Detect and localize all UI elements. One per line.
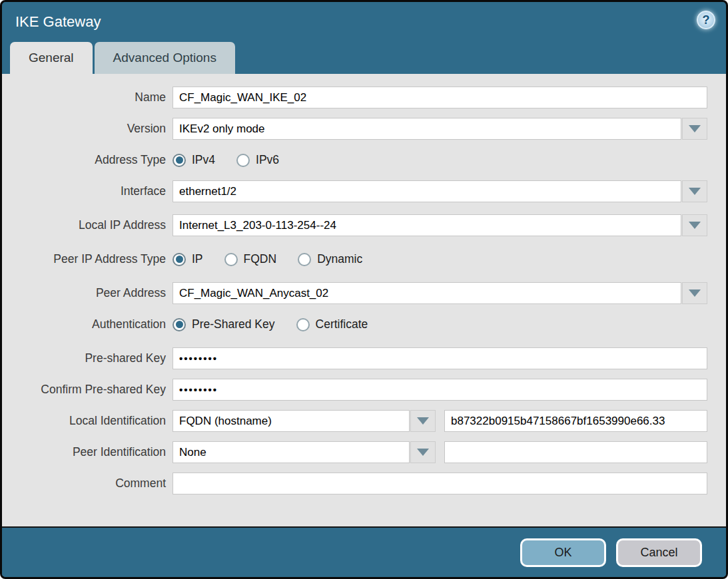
help-icon[interactable]: ?	[697, 11, 715, 29]
chevron-down-icon	[417, 449, 429, 456]
radio-ip-label: IP	[192, 252, 203, 266]
tab-advanced-options-label: Advanced Options	[113, 51, 216, 65]
radio-certificate-circle[interactable]	[296, 318, 310, 331]
radio-ipv4-circle[interactable]	[173, 154, 186, 167]
chevron-down-icon	[689, 188, 701, 195]
form-row-local-ip: Local IP Address Internet_L3_203-0-113-2…	[2, 214, 707, 236]
cancel-button[interactable]: Cancel	[616, 538, 702, 567]
confirm-psk-label: Confirm Pre-shared Key	[2, 383, 173, 397]
confirm-pre-shared-key-input[interactable]	[173, 379, 707, 401]
tab-general-label: General	[29, 51, 74, 65]
chevron-down-icon	[417, 417, 429, 425]
peer-address-label: Peer Address	[2, 286, 173, 300]
form-row-address-type: Address Type IPv4 IPv6	[2, 149, 707, 171]
form-row-comment: Comment	[2, 473, 707, 494]
pre-shared-key-input[interactable]	[173, 347, 707, 369]
peer-identification-type-dropdown[interactable]: None	[173, 441, 436, 463]
interface-dropdown-value: ethernet1/2	[173, 180, 681, 202]
name-label: Name	[2, 91, 173, 104]
chevron-down-icon	[689, 125, 701, 132]
local-ip-dropdown-value: Internet_L3_203-0-113-254--24	[173, 214, 681, 236]
form-row-peer-ip-type: Peer IP Address Type IP FQDN Dynamic	[2, 248, 707, 270]
local-ip-dropdown-button[interactable]	[682, 214, 707, 236]
form-row-name: Name	[2, 87, 707, 108]
radio-ipv6[interactable]: IPv6	[236, 153, 279, 167]
peer-address-dropdown-value: CF_Magic_WAN_Anycast_02	[173, 282, 681, 304]
form-row-peer-address: Peer Address CF_Magic_WAN_Anycast_02	[2, 282, 707, 304]
local-identification-type-dropdown[interactable]: FQDN (hostname)	[173, 410, 436, 432]
peer-identification-dropdown-button[interactable]	[410, 441, 436, 463]
peer-address-dropdown[interactable]: CF_Magic_WAN_Anycast_02	[173, 282, 707, 304]
radio-certificate-label: Certificate	[316, 317, 368, 331]
radio-psk-label: Pre-Shared Key	[192, 317, 275, 331]
help-icon-glyph: ?	[703, 13, 710, 27]
tab-bar: General Advanced Options	[2, 42, 726, 74]
authentication-label: Authentication	[2, 317, 173, 331]
psk-label: Pre-shared Key	[2, 351, 173, 365]
form-row-authentication: Authentication Pre-Shared Key Certificat…	[2, 313, 707, 335]
form-row-interface: Interface ethernet1/2	[2, 180, 707, 202]
radio-certificate[interactable]: Certificate	[296, 317, 368, 331]
interface-dropdown[interactable]: ethernet1/2	[173, 180, 707, 202]
version-dropdown-value: IKEv2 only mode	[173, 118, 681, 140]
interface-label: Interface	[2, 184, 173, 198]
comment-label: Comment	[2, 477, 173, 490]
name-input[interactable]	[173, 87, 707, 108]
radio-dynamic[interactable]: Dynamic	[298, 252, 362, 266]
radio-ipv4[interactable]: IPv4	[173, 153, 215, 167]
tab-advanced-options[interactable]: Advanced Options	[95, 42, 235, 74]
tab-general[interactable]: General	[10, 42, 93, 74]
address-type-radiogroup: IPv4 IPv6	[173, 153, 279, 167]
address-type-label: Address Type	[2, 153, 173, 167]
form-row-confirm-psk: Confirm Pre-shared Key	[2, 379, 707, 401]
dialog-title: IKE Gateway	[15, 13, 101, 31]
radio-ipv6-label: IPv6	[256, 153, 279, 167]
form-row-psk: Pre-shared Key	[2, 347, 707, 369]
local-identification-value-input[interactable]	[444, 410, 707, 432]
chevron-down-icon	[689, 222, 701, 229]
version-dropdown[interactable]: IKEv2 only mode	[173, 118, 707, 140]
ok-button[interactable]: OK	[520, 538, 606, 567]
radio-pre-shared-key[interactable]: Pre-Shared Key	[173, 317, 275, 331]
local-identification-label: Local Identification	[2, 414, 173, 428]
radio-fqdn-circle[interactable]	[224, 253, 238, 266]
peer-identification-label: Peer Identification	[2, 445, 173, 459]
radio-ip-circle[interactable]	[173, 253, 186, 266]
version-label: Version	[2, 122, 173, 136]
version-dropdown-button[interactable]	[682, 118, 707, 140]
local-ip-dropdown[interactable]: Internet_L3_203-0-113-254--24	[173, 214, 707, 236]
peer-identification-type-value: None	[173, 441, 410, 463]
peer-address-dropdown-button[interactable]	[682, 282, 707, 304]
chevron-down-icon	[689, 290, 701, 297]
peer-identification-value-input[interactable]	[444, 441, 707, 463]
authentication-radiogroup: Pre-Shared Key Certificate	[173, 317, 368, 331]
peer-ip-type-label: Peer IP Address Type	[2, 252, 173, 266]
local-identification-type-value: FQDN (hostname)	[173, 410, 410, 432]
form-row-peer-identification: Peer Identification None	[2, 441, 707, 463]
radio-ip[interactable]: IP	[173, 252, 203, 266]
dialog-footer: OK Cancel	[2, 526, 726, 577]
radio-ipv4-label: IPv4	[192, 153, 215, 167]
comment-input[interactable]	[173, 473, 707, 494]
radio-dynamic-label: Dynamic	[317, 252, 362, 266]
dialog-titlebar: IKE Gateway ?	[2, 2, 726, 42]
general-tab-panel: Name Version IKEv2 only mode Address Typ…	[2, 74, 726, 526]
peer-ip-type-radiogroup: IP FQDN Dynamic	[173, 252, 362, 266]
local-identification-dropdown-button[interactable]	[410, 410, 436, 432]
form-row-version: Version IKEv2 only mode	[2, 118, 707, 140]
radio-psk-circle[interactable]	[173, 318, 186, 331]
radio-dynamic-circle[interactable]	[298, 253, 311, 266]
radio-fqdn[interactable]: FQDN	[224, 252, 277, 266]
form-row-local-identification: Local Identification FQDN (hostname)	[2, 410, 707, 432]
radio-fqdn-label: FQDN	[244, 252, 277, 266]
radio-ipv6-circle[interactable]	[236, 154, 250, 167]
local-ip-label: Local IP Address	[2, 218, 173, 232]
ike-gateway-dialog: IKE Gateway ? General Advanced Options N…	[0, 0, 728, 579]
interface-dropdown-button[interactable]	[682, 180, 707, 202]
